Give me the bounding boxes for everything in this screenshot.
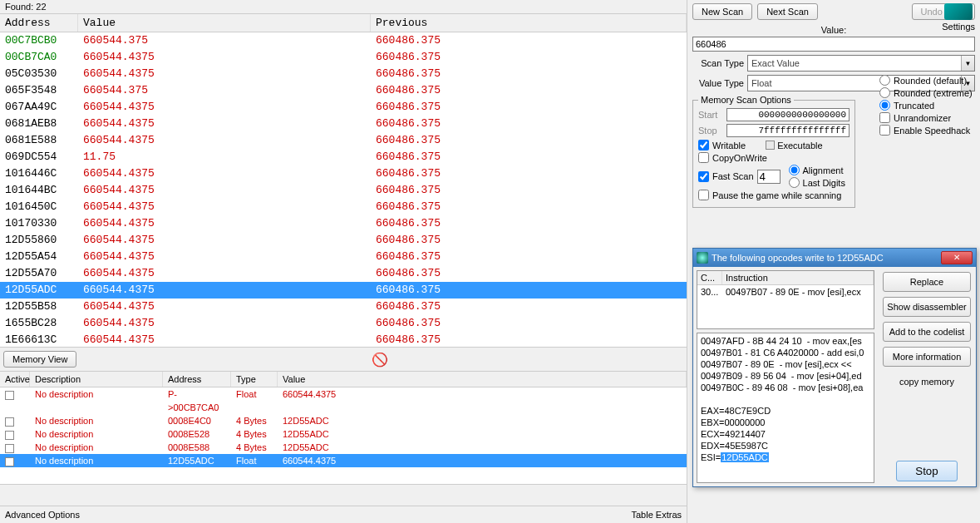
cell-previous: 660486.375	[371, 149, 687, 165]
pause-check[interactable]	[698, 190, 709, 200]
col-value[interactable]: Value	[78, 14, 371, 32]
scan-row[interactable]: 00C7BCB0660544.375660486.375	[0, 32, 687, 49]
cell-address: 1016450C	[0, 199, 78, 215]
scan-row[interactable]: 067AA49C660544.4375660486.375	[0, 99, 687, 116]
scan-row[interactable]: 069DC55411.75660486.375	[0, 149, 687, 165]
fastscan-label: Fast Scan	[712, 171, 754, 181]
scan-row[interactable]: 1E66613C660544.4375660486.375	[0, 332, 687, 347]
col-type[interactable]: Type	[231, 372, 278, 387]
address-list-row[interactable]: No description0008E5284 Bytes12D55ADC	[0, 427, 687, 441]
address-list-header: Active Description Address Type Value	[0, 372, 687, 387]
cell-previous: 660486.375	[371, 282, 687, 299]
start-label: Start	[698, 110, 723, 120]
scan-row[interactable]: 101644BC660544.4375660486.375	[0, 182, 687, 199]
cell-description: No description	[30, 387, 163, 414]
col-instruction[interactable]: Instruction	[722, 271, 874, 284]
advanced-options[interactable]: Advanced Options	[5, 510, 80, 520]
scan-row[interactable]: 12D55ADC660544.4375660486.375	[0, 282, 687, 299]
scan-row[interactable]: 00CB7CA0660544.4375660486.375	[0, 49, 687, 66]
scan-type-select[interactable]: Exact Value▼	[747, 55, 975, 72]
scan-row[interactable]: 12D55A70660544.4375660486.375	[0, 265, 687, 282]
executable-check[interactable]	[766, 141, 775, 150]
found-count: Found: 22	[0, 0, 687, 14]
copyonwrite-check[interactable]	[698, 152, 709, 163]
cell-value: 660544.4375	[78, 249, 371, 265]
scan-row[interactable]: 12D55A54660544.4375660486.375	[0, 249, 687, 265]
address-list-row[interactable]: No description0008E4C04 Bytes12D55ADC	[0, 414, 687, 427]
scan-row[interactable]: 065F3548660544.375660486.375	[0, 82, 687, 99]
settings-link[interactable]: Settings	[942, 22, 975, 32]
scan-results-table[interactable]: Address Value Previous 00C7BCB0660544.37…	[0, 14, 687, 347]
alignment-radio[interactable]	[789, 165, 800, 175]
new-scan-button[interactable]: New Scan	[692, 3, 752, 20]
rounded-default-radio[interactable]	[879, 75, 890, 86]
fastscan-check[interactable]	[698, 171, 709, 182]
scan-row[interactable]: 12D55860660544.4375660486.375	[0, 232, 687, 249]
col-address2[interactable]: Address	[163, 372, 231, 387]
scan-row[interactable]: 1016446C660544.4375660486.375	[0, 165, 687, 182]
disassembly-box[interactable]: 00497AFD - 8B 44 24 10 - mov eax,[es 004…	[697, 333, 874, 483]
start-input[interactable]	[726, 108, 849, 121]
col-address[interactable]: Address	[0, 14, 78, 32]
writable-check[interactable]	[698, 140, 709, 150]
col-count[interactable]: C...	[697, 271, 722, 284]
cell-type: Float	[231, 454, 278, 467]
rounded-extreme-radio[interactable]	[879, 87, 890, 98]
unrandomizer-check[interactable]	[879, 112, 890, 123]
replace-button[interactable]: Replace	[883, 272, 971, 292]
cell-value: 660544.4375	[78, 182, 371, 199]
copy-memory-link[interactable]: copy memory	[883, 377, 971, 387]
scan-row[interactable]: 0681E588660544.4375660486.375	[0, 132, 687, 149]
col-description[interactable]: Description	[30, 372, 163, 387]
cell-address: 12D55860	[0, 232, 78, 249]
col-value2[interactable]: Value	[278, 372, 687, 387]
opcode-window[interactable]: The following opcodes write to 12D55ADC …	[692, 248, 977, 487]
stop-button[interactable]: Stop	[896, 461, 957, 481]
cell-value: 660544.4375	[78, 299, 371, 315]
next-scan-button[interactable]: Next Scan	[757, 3, 818, 20]
scan-results-header: Address Value Previous	[0, 14, 687, 32]
scan-row[interactable]: 1016450C660544.4375660486.375	[0, 199, 687, 215]
show-disassembler-button[interactable]: Show disassembler	[883, 297, 971, 317]
writable-label: Writable	[712, 141, 746, 150]
cell-value: 11.75	[78, 149, 371, 165]
active-checkbox[interactable]	[5, 431, 14, 440]
stop-input[interactable]	[726, 124, 849, 137]
value-input[interactable]	[692, 37, 975, 52]
cell-previous: 660486.375	[371, 116, 687, 132]
copyonwrite-label: CopyOnWrite	[712, 153, 767, 163]
opcode-instruction[interactable]: 00497B07 - 89 0E - mov [esi],ecx	[722, 287, 874, 297]
cell-value: 660544.4375	[78, 199, 371, 215]
cell-value: 660544.4375	[78, 165, 371, 182]
cell-type: 4 Bytes	[231, 414, 278, 427]
active-checkbox[interactable]	[5, 417, 14, 427]
active-checkbox[interactable]	[5, 444, 14, 453]
lastdigits-radio[interactable]	[789, 177, 800, 188]
table-extras[interactable]: Table Extras	[631, 510, 682, 520]
scan-row[interactable]: 1655BC28660544.4375660486.375	[0, 315, 687, 332]
active-checkbox[interactable]	[5, 391, 14, 400]
scan-row[interactable]: 0681AEB8660544.4375660486.375	[0, 116, 687, 132]
col-active[interactable]: Active	[0, 372, 30, 387]
active-checkbox[interactable]	[5, 457, 14, 466]
address-list-row[interactable]: No descriptionP->00CB7CA0Float660544.437…	[0, 387, 687, 414]
scan-row[interactable]: 05C03530660544.4375660486.375	[0, 66, 687, 82]
memory-view-button[interactable]: Memory View	[3, 351, 76, 368]
scan-row[interactable]: 10170330660544.4375660486.375	[0, 215, 687, 232]
scan-row[interactable]: 12D55B58660544.4375660486.375	[0, 299, 687, 315]
app-icon	[697, 252, 708, 264]
truncated-radio[interactable]	[879, 100, 890, 111]
address-list-row[interactable]: No description0008E5884 Bytes12D55ADC	[0, 441, 687, 454]
address-list-row[interactable]: No description12D55ADCFloat660544.4375	[0, 454, 687, 467]
add-codelist-button[interactable]: Add to the codelist	[883, 322, 971, 342]
more-info-button[interactable]: More information	[883, 347, 971, 367]
close-icon[interactable]: ✕	[941, 251, 973, 264]
cell-previous: 660486.375	[371, 265, 687, 282]
opcode-window-titlebar[interactable]: The following opcodes write to 12D55ADC …	[693, 249, 976, 267]
stop-icon[interactable]: 🚫	[76, 352, 683, 368]
col-previous[interactable]: Previous	[371, 14, 687, 32]
speedhack-check[interactable]	[879, 125, 890, 136]
address-list[interactable]: Active Description Address Type Value No…	[0, 372, 687, 484]
opcode-list[interactable]: C... Instruction 30... 00497B07 - 89 0E …	[697, 270, 874, 329]
fastscan-input[interactable]	[757, 170, 781, 184]
